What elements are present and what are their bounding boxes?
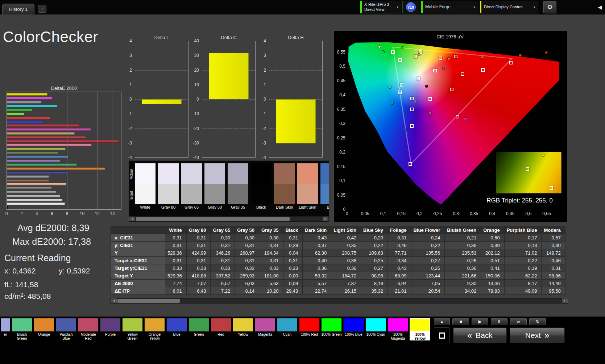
table-cell: 29,43 xyxy=(283,287,303,295)
target-row-label: Target xyxy=(129,185,134,206)
test-patch-cyan[interactable]: Cyan xyxy=(277,318,298,340)
measurement-marker xyxy=(414,100,417,103)
table-cell: 346,26 xyxy=(211,249,235,257)
control-stop-button[interactable]: ■ xyxy=(452,318,469,325)
patch-label: Purple xyxy=(100,332,121,340)
test-patch-magenta[interactable]: Magenta xyxy=(255,318,275,340)
table-cell: 184,72 xyxy=(331,272,361,280)
gridline xyxy=(269,70,322,71)
table-cell: 424,99 xyxy=(186,249,211,257)
deltae-bar xyxy=(7,163,77,166)
table-cell: 0,31 xyxy=(235,242,259,249)
control-pause-button[interactable]: Ⅱ xyxy=(491,318,507,325)
axis-tick-label: -40 xyxy=(193,155,199,160)
delta-bar xyxy=(276,99,316,143)
next-button[interactable]: Next » xyxy=(510,327,565,343)
test-patch-100-green[interactable]: 100% Green xyxy=(321,318,342,340)
chevron-down-icon[interactable]: ▾ xyxy=(394,5,401,9)
table-cell: 6,03 xyxy=(235,280,259,287)
column-header: Black xyxy=(283,226,303,234)
test-patch-moderate-red[interactable]: Moderate Red xyxy=(78,318,99,340)
swatch-name: Dark Skin xyxy=(274,204,295,210)
scrollbar-track[interactable] xyxy=(135,217,323,221)
column-header xyxy=(111,226,165,234)
test-patch-100-yellow[interactable]: 100% Yellow xyxy=(410,318,430,340)
control-play-button[interactable]: ▶ xyxy=(472,318,488,325)
axis-tick-label: 0 xyxy=(335,207,345,212)
test-patch-red[interactable]: Red xyxy=(211,318,231,340)
test-patch-green[interactable]: Green xyxy=(188,318,209,340)
target-swatch xyxy=(251,184,272,204)
table-cell: 35,32 xyxy=(361,287,388,295)
row-label: Target Y xyxy=(111,272,165,280)
test-patch-100-blue[interactable]: 100% Blue xyxy=(343,318,364,340)
column-header: Gray 65 xyxy=(211,226,235,234)
swatch-column: Light Skin xyxy=(297,163,318,211)
source-selector[interactable]: Mobile Forge ▾ xyxy=(421,1,478,13)
table-cell: 0,33 xyxy=(186,264,211,272)
test-patch-purplish-blue[interactable]: Purplish Blue xyxy=(56,318,76,340)
max-de2000-value: Max dE2000: 17,38 xyxy=(12,237,91,247)
test-patch-yellow-green[interactable]: Yellow Green xyxy=(122,318,143,340)
measurement-marker xyxy=(519,54,522,57)
measurement-marker xyxy=(545,51,548,54)
test-patch-er[interactable]: er xyxy=(1,318,10,340)
patch-swatch xyxy=(211,318,231,332)
patch-swatch xyxy=(233,318,253,332)
scroll-right-button[interactable]: ► xyxy=(562,298,568,303)
chart-title: CIE 1976 u'v' xyxy=(334,34,567,39)
chart-title: Delta L xyxy=(135,35,188,40)
current-cdm2-value: cd/m²: 485,08 xyxy=(4,292,51,301)
pattern-window-button[interactable] xyxy=(434,327,450,343)
y-axis-labels: 43210-1-2-3-4 xyxy=(120,35,133,166)
patch-swatch xyxy=(277,318,298,332)
test-patch-orange[interactable]: Orange xyxy=(34,318,54,340)
patch-swatch xyxy=(321,318,342,332)
axis-tick-label: -2 xyxy=(128,126,132,131)
meter-selector[interactable]: X-Rite i1Pro 3 Direct View ▾ xyxy=(360,1,401,13)
actual-swatch xyxy=(297,163,318,184)
chevron-down-icon[interactable]: ▾ xyxy=(471,5,478,9)
swatch-scrollbar[interactable]: ◄ ► xyxy=(129,216,329,222)
chart-title: Delta H xyxy=(269,35,323,40)
scroll-left-button[interactable]: ◄ xyxy=(129,217,135,221)
scrollbar-thumb[interactable] xyxy=(136,217,290,221)
test-patch-purple[interactable]: Purple xyxy=(100,318,121,340)
back-button[interactable]: « Back xyxy=(453,327,507,343)
test-patch-100-cyan[interactable]: 100% Cyan xyxy=(365,318,386,340)
swatch-name: White xyxy=(135,204,156,210)
test-patch-yellow[interactable]: Yellow xyxy=(233,318,253,340)
axis-tick-label: 0,05 xyxy=(335,193,345,198)
tab-history-1[interactable]: History 1 xyxy=(2,4,34,14)
test-patch-bluish-green[interactable]: Bluish Green xyxy=(12,318,32,340)
scrollbar-thumb[interactable] xyxy=(117,299,180,303)
scroll-left-button[interactable]: ◄ xyxy=(111,298,117,303)
patch-label: Orange Yellow xyxy=(144,332,165,340)
add-tab-button[interactable]: + xyxy=(38,5,46,13)
patch-list-up-button[interactable]: ▲ xyxy=(434,318,450,325)
control-loop-button[interactable]: ↻ xyxy=(529,318,546,325)
scrollbar-track[interactable] xyxy=(117,298,562,303)
delta-h-chart: Delta H 43210-1-2-3-4 xyxy=(254,35,323,166)
meter-status: 710 xyxy=(402,1,419,13)
test-patch-100-magenta[interactable]: 100% Magenta xyxy=(388,318,408,340)
arrow-left-icon: ◀ xyxy=(598,4,602,11)
control-infinity-button[interactable]: ∞ xyxy=(510,318,527,325)
axis-tick-label: 0 xyxy=(5,211,8,216)
patch-label: Blue xyxy=(166,332,187,340)
scroll-right-button[interactable]: ► xyxy=(323,217,328,221)
display-control-selector[interactable]: Direct Display Control ▾ xyxy=(480,1,538,13)
target-marker xyxy=(417,77,420,80)
gridline xyxy=(82,92,82,209)
chevron-down-icon[interactable]: ▾ xyxy=(531,5,538,9)
axis-tick-label: 2 xyxy=(20,211,23,216)
test-patch-blue[interactable]: Blue xyxy=(166,318,187,340)
table-cell: 0,31 xyxy=(211,242,235,249)
test-patch-100-red[interactable]: 100% Red xyxy=(299,318,320,340)
row-label: y: CIE31 xyxy=(111,242,165,249)
collapse-panel-arrow[interactable]: ◀ xyxy=(596,2,604,12)
test-patch-orange-yellow[interactable]: Orange Yellow xyxy=(144,318,165,340)
gear-icon[interactable]: ⚙ xyxy=(543,1,556,13)
table-scrollbar[interactable]: ◄ ► xyxy=(111,298,568,304)
target-marker xyxy=(461,72,464,76)
